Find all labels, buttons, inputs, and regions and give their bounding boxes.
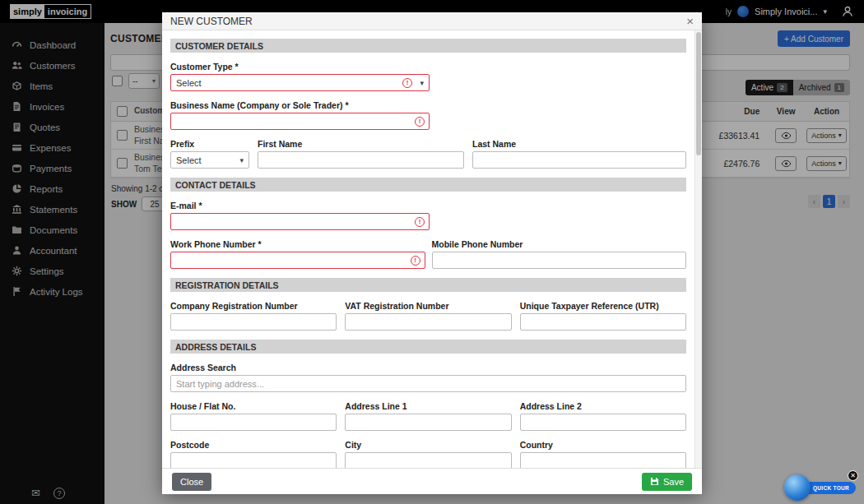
- last-name-input[interactable]: [472, 151, 686, 169]
- address-search-input[interactable]: [170, 375, 686, 392]
- country-field: Country: [520, 440, 686, 468]
- section-registration-details: REGISTRATION DETAILS: [170, 278, 686, 292]
- country-input[interactable]: [520, 452, 686, 468]
- business-name-field: Business Name (Company or Sole Trader) *…: [170, 100, 430, 130]
- mobile-phone-label: Mobile Phone Number: [432, 239, 687, 249]
- modal-body: CUSTOMER DETAILS Customer Type * Select …: [162, 30, 694, 468]
- globe-icon: [784, 474, 811, 501]
- section-customer-details: CUSTOMER DETAILS: [170, 39, 686, 53]
- city-input[interactable]: [345, 452, 511, 468]
- address-line1-input[interactable]: [345, 414, 511, 431]
- first-name-label: First Name: [258, 139, 464, 149]
- scrollbar-thumb[interactable]: [696, 32, 701, 155]
- email-input[interactable]: [170, 213, 430, 230]
- customer-type-value: Select: [176, 78, 202, 88]
- error-icon: !: [411, 256, 420, 266]
- utr-label: Unique Taxpayer Reference (UTR): [520, 301, 686, 311]
- utr-input[interactable]: [520, 313, 686, 331]
- error-icon: !: [415, 217, 425, 227]
- new-customer-modal: NEW CUSTOMER × CUSTOMER DETAILS Customer…: [162, 12, 702, 494]
- modal-header: NEW CUSTOMER ×: [162, 12, 702, 30]
- prefix-label: Prefix: [170, 139, 249, 149]
- address-search-field: Address Search: [170, 363, 686, 392]
- email-field: E-mail * !: [170, 201, 430, 230]
- address-search-label: Address Search: [170, 363, 686, 372]
- vat-registration-label: VAT Registration Number: [345, 301, 511, 311]
- prefix-field: Prefix Select ▾: [170, 139, 249, 169]
- utr-field: Unique Taxpayer Reference (UTR): [520, 301, 686, 331]
- customer-type-select[interactable]: Select ! ▾: [170, 74, 430, 91]
- save-button-label: Save: [663, 477, 684, 487]
- customer-type-field: Customer Type * Select ! ▾: [170, 62, 430, 91]
- house-flat-label: House / Flat No.: [170, 401, 337, 411]
- postcode-input[interactable]: [170, 452, 337, 468]
- last-name-label: Last Name: [472, 139, 686, 149]
- close-icon[interactable]: ×: [686, 15, 694, 27]
- email-label: E-mail *: [170, 201, 430, 210]
- last-name-field: Last Name: [472, 139, 686, 169]
- error-icon: !: [415, 117, 425, 127]
- close-button[interactable]: Close: [172, 473, 211, 491]
- address-line2-label: Address Line 2: [520, 401, 686, 411]
- company-registration-input[interactable]: [170, 313, 337, 331]
- house-flat-input[interactable]: [170, 414, 337, 431]
- prefix-value: Select: [176, 155, 202, 165]
- section-contact-details: CONTACT DETAILS: [170, 178, 686, 192]
- modal-title: NEW CUSTOMER: [170, 16, 253, 27]
- error-icon: !: [402, 78, 412, 88]
- save-icon: [650, 477, 659, 486]
- prefix-select[interactable]: Select ▾: [170, 151, 249, 169]
- section-address-details: ADDRESS DETAILS: [170, 340, 686, 354]
- city-label: City: [345, 440, 511, 450]
- save-button[interactable]: Save: [642, 473, 692, 491]
- postcode-label: Postcode: [170, 440, 337, 450]
- work-phone-label: Work Phone Number *: [170, 239, 425, 249]
- mobile-phone-input[interactable]: [432, 252, 687, 269]
- house-flat-field: House / Flat No.: [170, 401, 337, 431]
- address-line2-field: Address Line 2: [520, 401, 686, 431]
- company-registration-label: Company Registration Number: [170, 301, 337, 311]
- chevron-down-icon: ▾: [239, 156, 244, 164]
- first-name-input[interactable]: [258, 151, 464, 169]
- vat-registration-field: VAT Registration Number: [345, 301, 511, 331]
- chevron-down-icon: ▾: [420, 79, 424, 87]
- country-label: Country: [520, 440, 686, 450]
- quick-tour-label: QUICK TOUR: [803, 482, 856, 494]
- mobile-phone-field: Mobile Phone Number: [432, 239, 687, 269]
- first-name-field: First Name: [258, 139, 464, 169]
- work-phone-input[interactable]: [170, 252, 425, 269]
- business-name-label: Business Name (Company or Sole Trader) *: [170, 100, 430, 110]
- quick-tour-button[interactable]: QUICK TOUR ✕: [784, 474, 856, 501]
- city-field: City: [345, 440, 511, 468]
- address-line1-field: Address Line 1: [345, 401, 511, 431]
- modal-scrollbar[interactable]: [694, 30, 702, 468]
- postcode-field: Postcode: [170, 440, 337, 468]
- address-line1-label: Address Line 1: [345, 401, 511, 411]
- company-registration-field: Company Registration Number: [170, 301, 337, 331]
- modal-footer: Close Save: [162, 468, 702, 494]
- quick-tour-close-icon[interactable]: ✕: [848, 470, 858, 481]
- work-phone-field: Work Phone Number * !: [170, 239, 425, 269]
- customer-type-label: Customer Type *: [170, 62, 430, 72]
- address-line2-input[interactable]: [520, 414, 686, 431]
- vat-registration-input[interactable]: [345, 313, 511, 331]
- business-name-input[interactable]: [170, 113, 430, 130]
